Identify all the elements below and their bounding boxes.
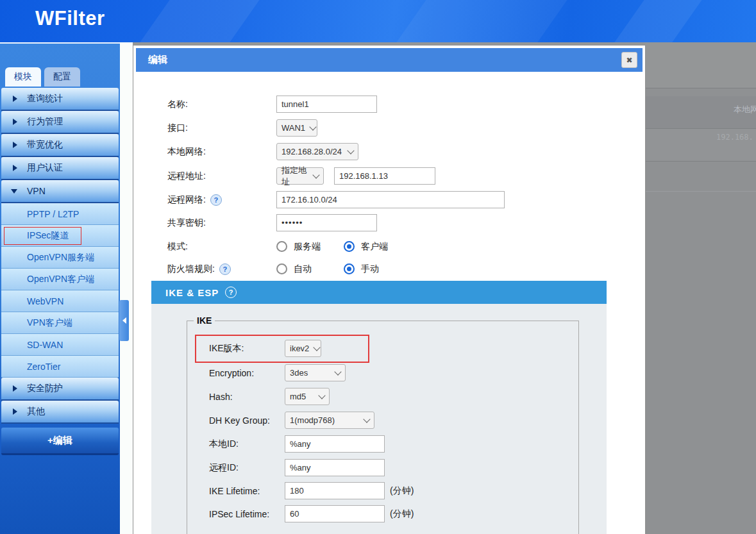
tab-modules[interactable]: 模块 — [5, 67, 41, 87]
radio-unchecked-icon[interactable] — [276, 263, 287, 274]
app-logo: WFilter — [35, 7, 105, 30]
remote-network-input[interactable] — [276, 191, 505, 208]
ike-esp-section-header: IKE & ESP ? — [151, 281, 607, 304]
sidebar-item-openvpn-server[interactable]: OpenVPN服务端 — [1, 247, 119, 269]
sidebar-item-query-stats[interactable]: 查询统计 — [1, 88, 119, 111]
radio-unchecked-icon[interactable] — [276, 241, 287, 252]
tab-config[interactable]: 配置 — [44, 67, 80, 87]
shared-key-input[interactable] — [276, 214, 377, 231]
chevron-down-icon — [318, 392, 325, 399]
mode-option-server[interactable]: 服务端 — [276, 241, 344, 253]
remote-address-input[interactable] — [334, 167, 435, 185]
help-icon[interactable]: ? — [225, 287, 237, 298]
mode-label: 模式: — [167, 241, 276, 253]
background-table-value: 192.168. — [716, 133, 753, 142]
dh-key-group-label: DH Key Group: — [209, 415, 285, 426]
shared-key-label: 共享密钥: — [167, 217, 276, 229]
sidebar-item-behavior[interactable]: 行为管理 — [1, 111, 119, 134]
ike-lifetime-unit: (分钟) — [390, 485, 414, 497]
sidebar-item-user-auth[interactable]: 用户认证 — [1, 157, 119, 180]
ipsec-lifetime-label: IPSec Lifetime: — [209, 509, 285, 519]
arrow-down-icon — [11, 189, 17, 194]
sidebar-item-sd-wan[interactable]: SD-WAN — [1, 334, 119, 356]
remote-id-input[interactable] — [285, 459, 385, 476]
arrow-right-icon — [13, 119, 17, 125]
dialog-header: 编辑 ✖ — [136, 48, 643, 72]
name-input[interactable] — [276, 96, 377, 113]
sidebar-item-bandwidth[interactable]: 带宽优化 — [1, 134, 119, 157]
remote-address-mode-select[interactable]: 指定地址 — [276, 167, 324, 185]
local-network-select[interactable]: 192.168.28.0/24 — [276, 143, 358, 160]
ike-lifetime-label: IKE Lifetime: — [209, 486, 285, 496]
sidebar-edit-button[interactable]: +编辑 — [1, 428, 119, 455]
sidebar-item-other[interactable]: 其他 — [1, 401, 119, 424]
ike-lifetime-input[interactable] — [285, 482, 385, 499]
arrow-right-icon — [13, 385, 17, 392]
local-network-label: 本地网络: — [167, 146, 276, 158]
content-gutter — [120, 42, 133, 534]
sidebar-item-vpn-client[interactable]: VPN客户端 — [1, 312, 119, 334]
chevron-down-icon — [309, 123, 316, 130]
top-banner: WFilter — [0, 0, 756, 42]
chevron-down-icon — [334, 368, 341, 375]
ike-esp-section-body: IKE IKE版本: ikev2 Encryption: 3des Hash: — [151, 304, 607, 534]
hash-select[interactable]: md5 — [285, 388, 330, 405]
dh-key-group-select[interactable]: 1(modp768) — [285, 412, 374, 429]
remote-address-label: 远程地址: — [167, 171, 276, 182]
hash-label: Hash: — [209, 392, 285, 402]
sidebar-nav: 查询统计 行为管理 带宽优化 用户认证 VPN PPTP / L2TP IPSe… — [1, 88, 119, 455]
background-table-header: 本地网 — [734, 104, 756, 115]
edit-dialog: 编辑 ✖ 名称: 接口: WAN1 本地网络: 192.168.28.0/24 … — [133, 45, 646, 534]
remote-network-label: 远程网络: ? — [167, 194, 276, 206]
ike-group: IKE IKE版本: ikev2 Encryption: 3des Hash: — [187, 315, 579, 534]
radio-checked-icon[interactable] — [344, 241, 355, 252]
chevron-down-icon — [347, 147, 354, 154]
interface-select[interactable]: WAN1 — [276, 119, 317, 137]
sidebar-item-webvpn[interactable]: WebVPN — [1, 290, 119, 312]
encryption-select[interactable]: 3des — [285, 364, 346, 381]
chevron-down-icon — [363, 415, 370, 422]
sidebar-item-pptp-l2tp[interactable]: PPTP / L2TP — [1, 203, 119, 225]
interface-label: 接口: — [167, 122, 276, 134]
mode-option-client[interactable]: 客户端 — [344, 241, 411, 253]
help-icon[interactable]: ? — [219, 263, 231, 275]
local-id-label: 本地ID: — [209, 438, 285, 450]
close-icon[interactable]: ✖ — [621, 52, 637, 68]
encryption-label: Encryption: — [209, 368, 285, 378]
arrow-right-icon — [13, 142, 17, 148]
sidebar-tabs: 模块 配置 — [5, 67, 80, 87]
chevron-down-icon — [312, 171, 319, 178]
firewall-option-auto[interactable]: 自动 — [276, 263, 344, 275]
collapse-left-icon — [122, 317, 126, 324]
sidebar-item-openvpn-client[interactable]: OpenVPN客户端 — [1, 269, 119, 290]
ipsec-lifetime-input[interactable] — [285, 505, 385, 522]
sidebar-collapse-handle[interactable] — [119, 300, 129, 341]
remote-id-label: 远程ID: — [209, 462, 285, 474]
name-label: 名称: — [167, 99, 276, 110]
dialog-title: 编辑 — [148, 54, 167, 66]
help-icon[interactable]: ? — [210, 194, 222, 206]
chevron-down-icon — [314, 344, 321, 351]
arrow-right-icon — [13, 165, 17, 171]
sidebar-item-zerotier[interactable]: ZeroTier — [1, 356, 119, 378]
arrow-right-icon — [13, 408, 17, 415]
radio-checked-icon[interactable] — [344, 263, 355, 274]
ike-version-label: IKE版本: — [209, 343, 285, 355]
sidebar-item-security[interactable]: 安全防护 — [1, 378, 119, 401]
firewall-option-manual[interactable]: 手动 — [344, 263, 411, 275]
ike-esp-title: IKE & ESP — [165, 287, 219, 298]
ipsec-lifetime-unit: (分钟) — [390, 508, 414, 520]
firewall-rule-label: 防火墙规则: ? — [167, 263, 276, 275]
sidebar-item-vpn[interactable]: VPN — [1, 180, 119, 203]
sidebar-item-ipsec-tunnel[interactable]: IPSec隧道 — [1, 225, 119, 247]
arrow-right-icon — [13, 96, 17, 102]
ike-version-select[interactable]: ikev2 — [285, 340, 321, 357]
sidebar: 模块 配置 查询统计 行为管理 带宽优化 用户认证 VPN PPTP / L2T… — [0, 42, 120, 534]
ike-group-legend: IKE — [194, 315, 215, 326]
local-id-input[interactable] — [285, 435, 385, 453]
